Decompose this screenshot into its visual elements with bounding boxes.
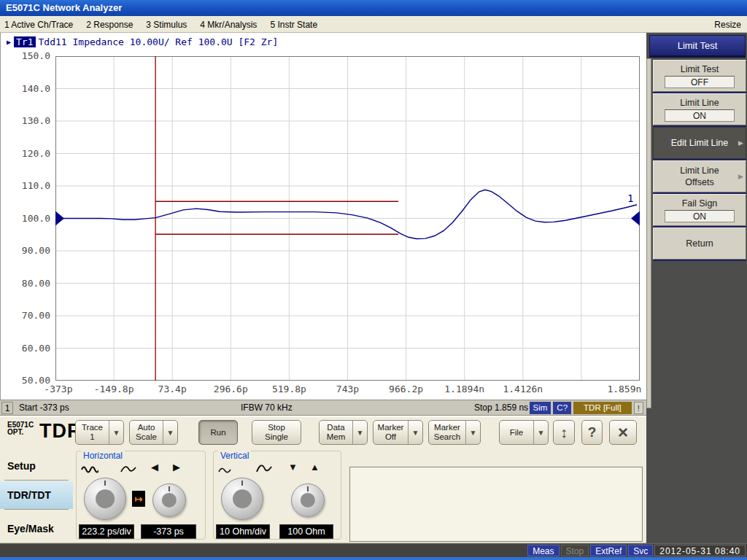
dropdown-arrow-icon: ▼ [163, 421, 177, 444]
stop-value: Stop 1.859 ns [474, 402, 528, 413]
menu-item-5[interactable]: 5 Instr State [270, 20, 317, 30]
vertical-reference-value: 100 Ohm [279, 524, 333, 539]
x-tick-label: 1.1894n [444, 384, 484, 394]
menu-item-1[interactable]: 1 Active Ch/Trace [4, 20, 73, 30]
softkey-value: ON [665, 109, 735, 122]
softkey-scrollbar[interactable] [646, 58, 651, 408]
arrow-right-icon: ▶ [173, 462, 180, 472]
button-label: MarkerSearch [429, 421, 465, 444]
close-button[interactable]: × [609, 420, 637, 445]
auto-scale-button[interactable]: AutoScale▼ [129, 420, 178, 445]
x-tick-label: -149.8p [94, 384, 134, 394]
parameters-panel [349, 467, 643, 542]
logo-opt: OPT. [7, 429, 34, 436]
button-label: MarkerOff [374, 421, 408, 444]
trace-title[interactable]: ▶Tr1 Tdd11 Impedance 10.00U/ Ref 100.0U … [7, 36, 278, 47]
button-label-line: Auto [138, 423, 155, 432]
instrument-status-bar: MeasStopExtRefSvc2012-05-31 08:40 [0, 543, 747, 557]
softkey-limit-line-offsets[interactable]: Limit LineOffsets▶ [653, 160, 746, 192]
y-tick-label: 70.00 [12, 310, 50, 321]
trace-tag: Tr1 [14, 36, 35, 47]
y-tick-label: 110.0 [12, 180, 50, 191]
y-tick-label: 90.00 [12, 245, 50, 256]
file-button[interactable]: File▼ [499, 420, 549, 445]
submenu-arrow-icon: ▶ [738, 173, 743, 180]
button-label-line: Marker [378, 423, 404, 432]
menu-item-3[interactable]: 3 Stimulus [146, 20, 187, 30]
button-label-line: Search [434, 432, 460, 442]
e5071c-application-window: E5071C Network Analyzer 1 Active Ch/Trac… [0, 0, 747, 560]
instrument-badge-svc: Svc [628, 545, 653, 556]
button-label: StopSingle [252, 421, 301, 444]
button-label-line: Trace [82, 423, 103, 432]
channel-number: 1 [1, 402, 13, 414]
y-tick-label: 100.0 [12, 213, 50, 224]
dropdown-arrow-icon: ▼ [352, 421, 367, 444]
menu-item-4[interactable]: 4 Mkr/Analysis [200, 20, 257, 30]
run-button[interactable]: Run [198, 420, 238, 445]
vertical-group: Vertical ▼ ▲ 10 Ohm/div 100 Ohm [213, 451, 341, 540]
channel-status-bar: 1 Start -373 ps IFBW 70 kHz Stop 1.859 n… [0, 400, 646, 416]
window-title: E5071C Network Analyzer [6, 2, 122, 13]
x-tick-label: 296.6p [214, 384, 248, 394]
softkey-value: OFF [665, 76, 735, 88]
horizontal-position-knob[interactable] [152, 483, 186, 517]
softkey-return[interactable]: Return [653, 228, 746, 260]
softkey-label: Return [686, 238, 713, 249]
close-icon: × [610, 421, 636, 444]
help-button[interactable]: ? [581, 420, 603, 445]
reference-marker-left-icon [55, 211, 64, 226]
resize-menu-item[interactable]: Resize [714, 16, 741, 33]
y-tick-label: 60.00 [12, 343, 50, 354]
stop-single-button[interactable]: StopSingle [252, 420, 301, 445]
button-label-line: File [510, 428, 524, 438]
side-tab-tdr-tdt[interactable]: TDR/TDT [0, 481, 73, 509]
trace-scale-text: Tdd11 Impedance 10.00U/ Ref 100.0U [F2 Z… [39, 36, 279, 47]
button-label: File [500, 421, 533, 444]
side-tab-eye-mask[interactable]: Eye/Mask [0, 515, 73, 542]
softkey-value: ON [665, 210, 735, 222]
softkey-stack: Limit TestOFFLimit LineONEdit Limit Line… [653, 60, 746, 261]
menu-items: 1 Active Ch/Trace2 Response3 Stimulus4 M… [4, 16, 317, 33]
map-arrow-icon: ↦ [132, 491, 145, 507]
button-label: AutoScale [130, 421, 163, 444]
button-label: DataMem [320, 421, 352, 444]
control-panel: SetupTDR/TDTEye/Mask Horizontal ◀ ▶ ↦ 22… [0, 448, 646, 543]
softkey-limit-line[interactable]: Limit LineON [653, 93, 746, 125]
wave-dense-icon [81, 464, 98, 475]
resize-label: Resize [714, 20, 741, 30]
softkey-label: Offsets [685, 177, 713, 187]
trace-button[interactable]: Trace1▼ [75, 420, 124, 445]
menu-item-2[interactable]: 2 Response [86, 20, 133, 30]
arrow-down-icon: ▼ [288, 462, 298, 472]
dropdown-arrow-icon: ▼ [533, 421, 548, 444]
side-tab-setup[interactable]: Setup [0, 452, 73, 480]
x-tick-label: 519.8p [272, 384, 306, 394]
marker-off-button[interactable]: MarkerOff▼ [373, 420, 423, 445]
wave-loose-icon [120, 464, 136, 475]
softkey-edit-limit-line[interactable]: Edit Limit Line▶ [653, 127, 746, 159]
button-label-line: Stop [268, 423, 285, 432]
softkey-fail-sign[interactable]: Fail SignON [653, 194, 746, 226]
softkey-limit-test[interactable]: Limit TestOFF [653, 60, 746, 92]
tdr-toolbar: E5071C OPT. TDR Trace1▼AutoScale▼RunStop… [0, 416, 646, 448]
softkey-label: Limit Line [680, 98, 719, 108]
tab-divider [4, 509, 69, 510]
dropdown-arrow-icon: ▼ [465, 421, 480, 444]
data-mem-button[interactable]: DataMem▼ [319, 420, 368, 445]
updown-button[interactable]: ↕ [553, 420, 575, 445]
tdr-app-logo: E5071C OPT. TDR [7, 421, 34, 436]
marker-search-button[interactable]: MarkerSearch▼ [428, 420, 481, 445]
instrument-badge-2012-05-31-08-40: 2012-05-31 08:40 [654, 545, 746, 556]
horizontal-scale-knob[interactable] [84, 478, 126, 520]
button-label-line: Off [385, 432, 396, 442]
vertical-scale-knob[interactable] [221, 478, 263, 520]
horizontal-group: Horizontal ◀ ▶ ↦ 223.2 ps/div -373 ps [76, 451, 206, 540]
vertical-reference-knob[interactable] [291, 483, 325, 517]
x-tick-label: 743p [336, 384, 359, 394]
button-label: Run [199, 421, 237, 444]
status-badges: SimC?TDR [Full]! [530, 402, 643, 414]
trace-number-label: 1 [627, 192, 633, 204]
button-label-line: Single [265, 432, 288, 442]
wave-small-icon [218, 466, 231, 475]
